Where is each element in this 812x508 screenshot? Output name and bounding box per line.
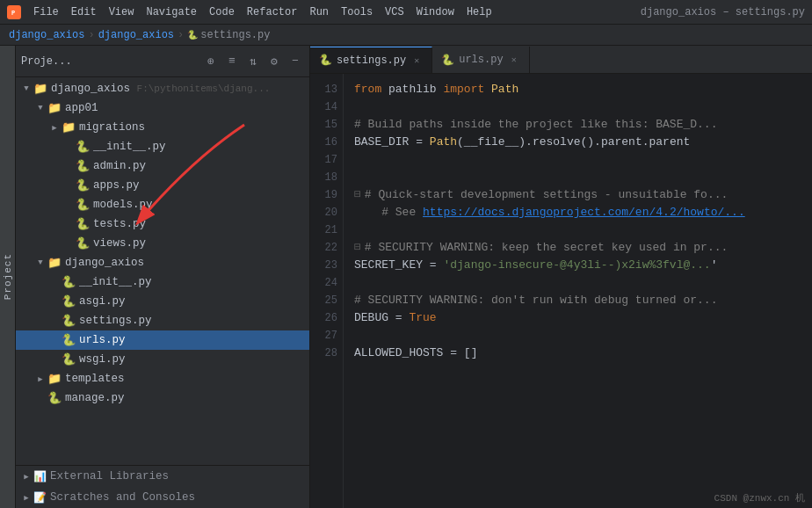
asgi-icon: 🐍 — [62, 294, 76, 308]
code-line-14 — [354, 98, 801, 116]
tree-root[interactable]: ▼ 📁 django_axios F:\pythonitems\djang... — [16, 79, 309, 98]
scratches-arrow: ▶ — [19, 490, 33, 504]
code-content: from pathlib import Path # Build paths i… — [344, 74, 812, 508]
code-line-15: # Build paths inside the project like th… — [354, 116, 801, 134]
editor-area: 🐍 settings.py ✕ 🐍 urls.py ✕ 13 14 15 16 … — [310, 46, 812, 508]
project-tab-label: Project — [3, 253, 13, 300]
menu-run[interactable]: Run — [304, 4, 334, 20]
code-line-22: ⊟# SECURITY WARNING: keep the secret key… — [354, 239, 801, 257]
tree-item-asgi[interactable]: 🐍 asgi.py — [16, 292, 309, 311]
code-line-27 — [354, 327, 801, 345]
tree-item-init-app01[interactable]: 🐍 __init__.py — [16, 137, 309, 156]
menu-edit[interactable]: Edit — [66, 4, 102, 20]
code-line-23: SECRET_KEY = 'django-insecure-@4y3li--)x… — [354, 257, 801, 274]
menu-bar: File Edit View Navigate Code Refactor Ru… — [28, 4, 497, 20]
breadcrumb: django_axios › django_axios › 🐍 settings… — [0, 25, 812, 46]
breadcrumb-file: 🐍 settings.py — [187, 29, 270, 41]
collapse-all-button[interactable]: ≡ — [223, 53, 241, 70]
sidebar-bottom: ▶ 📊 External Libraries ▶ 📝 Scratches and… — [16, 465, 309, 508]
code-line-26: DEBUG = True — [354, 309, 801, 327]
tree-item-views[interactable]: 🐍 views.py — [16, 234, 309, 253]
tree-item-templates[interactable]: ▶ 📁 templates — [16, 369, 309, 388]
line-numbers: 13 14 15 16 17 18 19 20 21 22 23 24 25 2… — [310, 74, 344, 508]
settings-tab-close[interactable]: ✕ — [410, 54, 423, 67]
menu-refactor[interactable]: Refactor — [242, 4, 303, 20]
tree-item-migrations[interactable]: ▶ 📁 migrations — [16, 118, 309, 137]
tree-item-wsgi[interactable]: 🐍 wsgi.py — [16, 350, 309, 369]
tree-item-app01[interactable]: ▼ 📁 app01 — [16, 98, 309, 118]
code-line-19: ⊟# Quick-start development settings - un… — [354, 186, 801, 204]
tree-item-tests[interactable]: 🐍 tests.py — [16, 214, 309, 234]
settings-button[interactable]: ⚙ — [265, 53, 283, 70]
apps-label: apps.py — [93, 179, 140, 192]
menu-window[interactable]: Window — [411, 4, 460, 20]
manage-icon: 🐍 — [47, 391, 62, 405]
code-line-20: # See https://docs.djangoproject.com/en/… — [354, 204, 801, 221]
urls-label: urls.py — [79, 334, 126, 346]
tree-item-apps[interactable]: 🐍 apps.py — [16, 176, 309, 195]
expand-all-button[interactable]: ⇅ — [244, 53, 262, 70]
sidebar-title: Proje... — [21, 55, 199, 68]
templates-folder-icon: 📁 — [47, 372, 62, 386]
settings-icon: 🐍 — [62, 314, 76, 328]
menu-navigate[interactable]: Navigate — [141, 4, 202, 20]
scratches-item[interactable]: ▶ 📝 Scratches and Consoles — [16, 487, 309, 508]
urls-tab-close[interactable]: ✕ — [508, 54, 520, 66]
tab-settings[interactable]: 🐍 settings.py ✕ — [310, 47, 432, 73]
apps-icon: 🐍 — [76, 178, 90, 192]
wsgi-label: wsgi.py — [79, 353, 126, 366]
root-label: django_axios F:\pythonitems\djang... — [51, 83, 270, 95]
tree-item-urls[interactable]: 🐍 urls.py — [16, 330, 309, 350]
tree-item-init-pkg[interactable]: 🐍 __init__.py — [16, 272, 309, 292]
tab-bar: 🐍 settings.py ✕ 🐍 urls.py ✕ — [310, 46, 812, 74]
add-content-button[interactable]: ⊕ — [202, 53, 220, 70]
tree-item-django-axios-pkg[interactable]: ▼ 📁 django_axios — [16, 253, 309, 272]
urls-tab-label: urls.py — [459, 54, 503, 66]
menu-vcs[interactable]: VCS — [380, 4, 410, 20]
code-line-28: ALLOWED_HOSTS = [] — [354, 345, 801, 362]
app01-folder-icon: 📁 — [47, 101, 62, 115]
project-sidebar: Proje... ⊕ ≡ ⇅ ⚙ − ▼ 📁 django_axios F:\p… — [16, 46, 310, 508]
tree-item-models[interactable]: 🐍 models.py — [16, 195, 309, 214]
tests-label: tests.py — [93, 218, 146, 230]
migrations-expand-arrow: ▶ — [47, 120, 62, 134]
urls-icon: 🐍 — [62, 333, 76, 347]
migrations-label: migrations — [79, 121, 145, 134]
tree-item-manage[interactable]: 🐍 manage.py — [16, 388, 309, 408]
ext-libs-arrow: ▶ — [19, 469, 33, 483]
ext-libs-label: External Libraries — [50, 470, 169, 483]
menu-tools[interactable]: Tools — [336, 4, 378, 20]
project-panel-tab[interactable]: Project — [0, 46, 16, 508]
tree-item-admin[interactable]: 🐍 admin.py — [16, 156, 309, 176]
menu-file[interactable]: File — [28, 4, 64, 20]
admin-icon: 🐍 — [76, 159, 90, 173]
settings-tab-label: settings.py — [337, 54, 406, 67]
code-line-21 — [354, 221, 801, 239]
views-icon: 🐍 — [76, 236, 90, 250]
app-icon: P — [7, 5, 21, 19]
views-label: views.py — [93, 237, 146, 250]
menu-code[interactable]: Code — [204, 4, 240, 20]
ext-libs-icon: 📊 — [33, 470, 47, 483]
breadcrumb-item-2[interactable]: django_axios — [98, 29, 174, 41]
code-line-25: # SECURITY WARNING: don't run with debug… — [354, 292, 801, 309]
templates-label: templates — [65, 373, 125, 385]
settings-tab-icon: 🐍 — [319, 54, 332, 67]
admin-label: admin.py — [93, 160, 146, 172]
external-libraries-item[interactable]: ▶ 📊 External Libraries — [16, 466, 309, 487]
init-app01-label: __init__.py — [93, 141, 166, 153]
hide-button[interactable]: − — [286, 53, 304, 70]
root-folder-icon: 📁 — [33, 82, 47, 96]
tab-urls[interactable]: 🐍 urls.py ✕ — [432, 47, 529, 73]
code-editor[interactable]: 13 14 15 16 17 18 19 20 21 22 23 24 25 2… — [310, 74, 812, 508]
manage-label: manage.py — [65, 392, 125, 404]
breadcrumb-file-icon: 🐍 — [187, 30, 198, 40]
code-line-13: from pathlib import Path — [354, 81, 801, 98]
init-pkg-label: __init__.py — [79, 276, 152, 288]
breadcrumb-item-1[interactable]: django_axios — [9, 29, 84, 41]
code-line-17 — [354, 151, 801, 169]
templates-expand-arrow: ▶ — [33, 372, 47, 386]
tree-item-settings[interactable]: 🐍 settings.py — [16, 311, 309, 330]
menu-view[interactable]: View — [104, 4, 140, 20]
menu-help[interactable]: Help — [461, 4, 497, 20]
